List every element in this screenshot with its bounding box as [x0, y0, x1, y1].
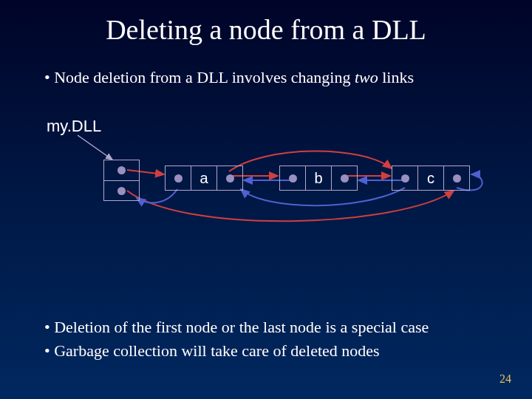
node-a-prev — [166, 166, 191, 190]
node-a-next — [217, 166, 242, 190]
page-number: 24 — [499, 372, 511, 386]
pointer-dot — [117, 187, 126, 195]
node-b: b — [279, 166, 358, 191]
head-last-cell — [104, 181, 139, 201]
node-c-data: c — [418, 166, 444, 190]
node-c-prev — [392, 166, 418, 190]
node-c: c — [392, 166, 470, 191]
node-c-next — [444, 166, 469, 190]
bullet-intro: Node deletion from a DLL involves changi… — [44, 68, 532, 87]
head-pointer-box — [103, 160, 140, 201]
mydll-label: my.DLL — [47, 117, 101, 136]
node-b-next — [332, 166, 357, 190]
bullet-intro-pre: Node deletion from a DLL involves changi… — [54, 68, 355, 86]
pointer-dot — [289, 174, 297, 183]
pointer-dot — [341, 174, 349, 183]
diagram-connectors — [0, 117, 532, 279]
bullet-intro-em: two — [355, 68, 378, 86]
pointer-dot — [401, 174, 409, 183]
bullet-intro-post: links — [378, 68, 414, 86]
svg-line-0 — [78, 135, 112, 160]
dll-diagram: my.DLL — [0, 117, 532, 279]
bullet-special-case: Deletion of the first node or the last n… — [44, 318, 532, 337]
node-b-data: b — [306, 166, 332, 190]
pointer-dot — [226, 174, 234, 183]
pointer-dot — [174, 174, 183, 183]
node-b-prev — [280, 166, 306, 190]
node-a-data: a — [191, 166, 217, 190]
bullet-gc: Garbage collection will take care of del… — [44, 341, 532, 361]
page-title: Deleting a node from a DLL — [0, 13, 532, 46]
node-a: a — [165, 166, 243, 191]
head-first-cell — [104, 160, 139, 181]
lower-bullets: Deletion of the first node or the last n… — [0, 313, 532, 365]
pointer-dot — [117, 166, 126, 174]
pointer-dot — [453, 174, 461, 183]
